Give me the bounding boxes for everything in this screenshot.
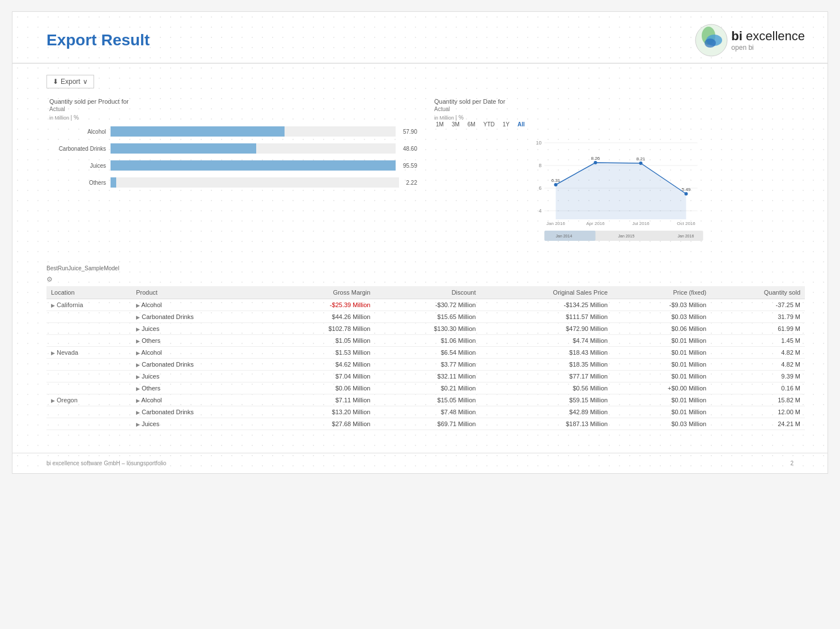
bar-row: Carbonated Drinks48.60 [49, 143, 417, 154]
footer-company: bi excellence software GmbH – lösungspor… [46, 460, 166, 466]
table-row: ▶ Juices$27.68 Million$69.71 Million$187… [46, 418, 805, 430]
line-chart-subtitle: Actual [434, 106, 802, 112]
cell-price-fixed: $0.01 Million [612, 371, 711, 382]
cell-gross-margin: $1.53 Million [269, 347, 375, 359]
cell-quantity-sold: 12.00 M [711, 406, 805, 418]
svg-marker-12 [556, 163, 686, 219]
cell-original-sales-price: $472.90 Million [480, 323, 612, 335]
svg-text:Jan 2015: Jan 2015 [618, 234, 635, 238]
svg-point-15 [639, 162, 643, 165]
cell-gross-margin: -$25.39 Million [269, 299, 375, 311]
svg-text:8.21: 8.21 [637, 156, 646, 162]
cell-gross-margin: $13.20 Million [269, 406, 375, 418]
cell-discount: $15.05 Million [375, 394, 480, 406]
cell-quantity-sold: 4.82 M [711, 359, 805, 371]
time-filter[interactable]: 1M [434, 121, 446, 128]
cell-quantity-sold: 61.99 M [711, 323, 805, 335]
svg-text:6.31: 6.31 [551, 178, 561, 183]
cell-quantity-sold: 4.82 M [711, 347, 805, 359]
cell-price-fixed: $0.01 Million [612, 394, 711, 406]
table-row: ▶ Carbonated Drinks$13.20 Million$7.48 M… [46, 406, 805, 418]
cell-product: ▶ Others [131, 382, 269, 394]
bar-track [111, 160, 396, 171]
cell-original-sales-price: $18.43 Million [480, 347, 612, 359]
time-filter[interactable]: YTD [482, 121, 497, 128]
logo-brand: bi excellence [731, 29, 805, 44]
cell-original-sales-price: -$134.25 Million [480, 299, 612, 311]
settings-icon[interactable]: ⚙ [46, 275, 53, 283]
logo-area: bi excellence open bi [694, 23, 805, 57]
line-chart-svg: 10 8 6 4 [434, 131, 802, 245]
expand-product-icon[interactable]: ▶ [136, 422, 140, 427]
expand-product-icon[interactable]: ▶ [136, 398, 140, 403]
page: Export Result bi excellence open bi [12, 11, 828, 474]
cell-location: ▶ California [46, 299, 131, 311]
bar-label: Juices [49, 163, 106, 169]
cell-location [46, 359, 131, 371]
cell-location: ▶ Nevada [46, 347, 131, 359]
svg-text:Jan 2016: Jan 2016 [546, 221, 565, 226]
cell-quantity-sold: 24.21 M [711, 418, 805, 430]
bar-track [111, 143, 396, 154]
cell-discount: $69.71 Million [375, 418, 480, 430]
bar-chart-container: Quantity sold per Product for Actual in … [46, 95, 420, 254]
bar-value: 2.22 [406, 180, 417, 186]
cell-gross-margin: $102.78 Million [269, 323, 375, 335]
time-filters: 1M3M6MYTD1YAll [434, 121, 802, 128]
bar-value: 57.90 [403, 129, 417, 135]
time-filter[interactable]: 6M [466, 121, 477, 128]
bar-fill [111, 143, 256, 154]
cell-price-fixed: $0.01 Million [612, 335, 711, 347]
expand-product-icon[interactable]: ▶ [136, 362, 140, 368]
model-label: BestRunJuice_SampleModel [46, 265, 805, 271]
cell-product: ▶ Alcohol [131, 347, 269, 359]
cell-discount: $32.11 Million [375, 371, 480, 382]
bar-chart: Alcohol57.90Carbonated Drinks48.60Juices… [49, 121, 417, 193]
cell-product: ▶ Alcohol [131, 394, 269, 406]
cell-original-sales-price: $4.74 Million [480, 335, 612, 347]
col-location: Location [46, 286, 131, 299]
expand-product-icon[interactable]: ▶ [136, 350, 140, 356]
expand-product-icon[interactable]: ▶ [136, 314, 140, 320]
svg-text:5.49: 5.49 [682, 187, 691, 192]
expand-product-icon[interactable]: ▶ [136, 326, 140, 332]
cell-location [46, 406, 131, 418]
expand-product-icon[interactable]: ▶ [136, 374, 140, 380]
expand-location-icon[interactable]: ▶ [51, 350, 55, 356]
line-chart-title: Quantity sold per Date for [434, 98, 802, 105]
bar-track [111, 126, 396, 137]
cell-quantity-sold: -37.25 M [711, 299, 805, 311]
cell-price-fixed: $0.01 Million [612, 359, 711, 371]
svg-text:4: 4 [538, 208, 541, 214]
cell-quantity-sold: 0.16 M [711, 382, 805, 394]
cell-product: ▶ Alcohol [131, 299, 269, 311]
cell-discount: -$30.72 Million [375, 299, 480, 311]
time-filter[interactable]: All [516, 121, 527, 128]
expand-location-icon[interactable]: ▶ [51, 398, 55, 403]
cell-price-fixed: $0.06 Million [612, 323, 711, 335]
export-button[interactable]: ⬇ Export ∨ [46, 75, 94, 88]
cell-location [46, 335, 131, 347]
time-filter[interactable]: 3M [450, 121, 461, 128]
cell-product: ▶ Juices [131, 371, 269, 382]
time-filter[interactable]: 1Y [501, 121, 511, 128]
expand-product-icon[interactable]: ▶ [136, 386, 140, 392]
cell-location [46, 311, 131, 323]
expand-product-icon[interactable]: ▶ [136, 338, 140, 344]
cell-product: ▶ Juices [131, 323, 269, 335]
expand-location-icon[interactable]: ▶ [51, 303, 55, 308]
expand-product-icon[interactable]: ▶ [136, 303, 140, 308]
svg-text:6: 6 [538, 185, 541, 191]
svg-point-13 [554, 183, 558, 186]
footer: bi excellence software GmbH – lösungspor… [12, 453, 828, 473]
cell-location [46, 323, 131, 335]
table-body: ▶ California▶ Alcohol-$25.39 Million-$30… [46, 299, 805, 430]
table-row: ▶ California▶ Alcohol-$25.39 Million-$30… [46, 299, 805, 311]
cell-discount: $1.06 Million [375, 335, 480, 347]
table-section: BestRunJuice_SampleModel ⚙ Location Prod… [46, 265, 805, 430]
cell-price-fixed: $0.03 Million [612, 418, 711, 430]
col-product: Product [131, 286, 269, 299]
chevron-down-icon: ∨ [83, 78, 88, 86]
expand-product-icon[interactable]: ▶ [136, 410, 140, 415]
cell-gross-margin: $27.68 Million [269, 418, 375, 430]
